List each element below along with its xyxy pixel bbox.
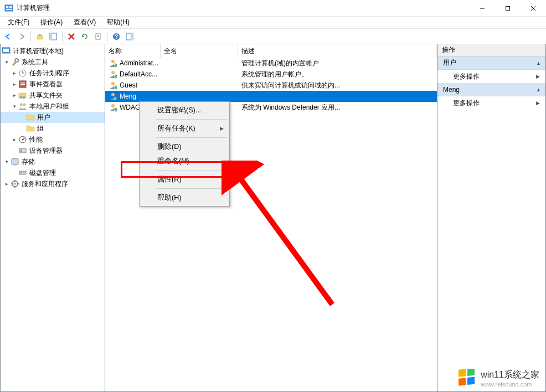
svg-rect-19 <box>131 33 133 40</box>
ctx-delete[interactable]: 删除(D) <box>141 140 228 154</box>
ctx-set-password[interactable]: 设置密码(S)... <box>141 103 228 117</box>
col-name[interactable]: 名称 <box>105 44 161 58</box>
export-button[interactable] <box>92 30 104 43</box>
collapse-icon[interactable]: ▲ <box>536 87 541 92</box>
cell-description: 管理计算机(域)的内置帐户 <box>238 59 354 68</box>
show-hide-tree-button[interactable] <box>47 30 59 43</box>
back-button[interactable] <box>2 30 14 43</box>
refresh-button[interactable] <box>79 30 91 43</box>
svg-rect-0 <box>5 5 13 11</box>
cell-name: Administrat... <box>105 59 161 68</box>
actions-group-users[interactable]: 用户 ▲ <box>437 56 545 70</box>
ctx-all-tasks[interactable]: 所有任务(K)▶ <box>141 121 228 136</box>
watermark-title: win11系统之家 <box>481 369 539 381</box>
close-button[interactable] <box>521 0 546 17</box>
cell-name: Guest <box>105 81 161 90</box>
tree-performance[interactable]: ▸性能 <box>1 134 105 145</box>
tree-label: 用户 <box>37 113 50 122</box>
ctx-label: 帮助(H) <box>157 193 181 203</box>
expand-icon[interactable]: ▾ <box>3 59 11 65</box>
ctx-rename[interactable]: 重命名(M) <box>141 154 228 168</box>
tree-event-viewer[interactable]: ▸事件查看器 <box>1 79 105 90</box>
up-button[interactable] <box>34 30 46 43</box>
action-label: 更多操作 <box>453 72 480 81</box>
col-fullname[interactable]: 全名 <box>161 44 238 58</box>
list-row[interactable]: Administrat...管理计算机(域)的内置帐户 <box>105 58 437 69</box>
svg-point-32 <box>20 104 23 106</box>
tree-root[interactable]: 计算机管理(本地) <box>1 45 105 56</box>
menu-view[interactable]: 查看(V) <box>68 17 101 28</box>
shared-folder-icon <box>18 91 27 100</box>
cell-name: Meng <box>105 92 161 101</box>
menu-help[interactable]: 帮助(H) <box>101 17 135 28</box>
ctx-separator <box>156 137 227 138</box>
action-more-users[interactable]: 更多操作 ▶ <box>437 70 545 83</box>
collapse-icon[interactable]: ▲ <box>536 60 541 66</box>
action-pane-button[interactable] <box>123 30 136 43</box>
list-row[interactable]: Guest供来宾访问计算机或访问域的内... <box>105 80 437 91</box>
tree-storage[interactable]: ▾存储 <box>1 156 105 167</box>
menu-action[interactable]: 操作(A) <box>35 17 68 28</box>
tree-label: 事件查看器 <box>29 80 63 89</box>
delete-button[interactable] <box>65 30 78 43</box>
minimize-button[interactable] <box>470 0 495 17</box>
ctx-label: 属性(R) <box>157 175 181 184</box>
actions-header: 操作 <box>437 44 545 56</box>
svg-point-33 <box>23 104 26 106</box>
ctx-separator <box>156 119 227 120</box>
list-row[interactable]: DefaultAcc...系统管理的用户帐户。 <box>105 69 437 80</box>
tree-users[interactable]: 用户 <box>1 112 105 123</box>
tree-shared-folders[interactable]: ▸共享文件夹 <box>1 90 105 101</box>
tree-groups[interactable]: 组 <box>1 123 105 134</box>
ctx-help[interactable]: 帮助(H) <box>141 190 228 205</box>
action-label: 更多操作 <box>453 99 480 108</box>
tree-device-manager[interactable]: 设备管理器 <box>1 145 105 156</box>
expand-icon[interactable]: ▸ <box>3 181 11 187</box>
tree-disk-management[interactable]: 磁盘管理 <box>1 167 105 178</box>
ctx-label: 所有任务(K) <box>157 124 195 133</box>
expand-icon[interactable]: ▸ <box>11 137 18 142</box>
forward-button[interactable] <box>16 30 28 43</box>
disk-icon <box>18 168 27 177</box>
help-button[interactable]: ? <box>110 30 122 43</box>
svg-rect-36 <box>19 148 26 153</box>
actions-group-label: 用户 <box>443 58 456 68</box>
device-icon <box>18 146 27 155</box>
list-row[interactable]: Meng <box>105 91 437 102</box>
tree-task-scheduler[interactable]: ▸任务计划程序 <box>1 68 105 79</box>
svg-point-42 <box>14 183 16 185</box>
expand-icon[interactable]: ▸ <box>11 70 18 76</box>
svg-rect-10 <box>50 33 52 40</box>
svg-point-47 <box>111 82 115 85</box>
svg-rect-5 <box>506 6 510 10</box>
tree-system-tools[interactable]: ▾ 系统工具 <box>1 56 105 68</box>
tree-label: 任务计划程序 <box>29 69 69 78</box>
ctx-properties[interactable]: 属性(R) <box>141 172 228 187</box>
tree-pane[interactable]: 计算机管理(本地) ▾ 系统工具 ▸任务计划程序 ▸事件查看器 ▸共享文件夹 ▾… <box>0 44 105 392</box>
tree-local-users-groups[interactable]: ▾本地用户和组 <box>1 101 105 112</box>
tree-label: 设备管理器 <box>29 146 63 156</box>
tree-label: 性能 <box>29 135 43 145</box>
col-description[interactable]: 描述 <box>238 44 437 58</box>
ctx-label: 重命名(M) <box>157 157 189 166</box>
watermark-url: www.relsound.com <box>481 381 539 388</box>
actions-group-label: Meng <box>443 86 460 94</box>
folder-icon <box>26 113 35 122</box>
action-more-meng[interactable]: 更多操作 ▶ <box>437 96 545 110</box>
maximize-button[interactable] <box>495 0 521 17</box>
svg-text:?: ? <box>115 34 118 40</box>
actions-group-meng[interactable]: Meng ▲ <box>437 83 545 96</box>
svg-rect-57 <box>467 377 475 385</box>
app-icon <box>4 4 13 13</box>
folder-icon <box>26 124 35 133</box>
expand-icon[interactable]: ▾ <box>3 159 11 164</box>
menu-file[interactable]: 文件(F) <box>2 17 35 28</box>
storage-icon <box>11 157 19 166</box>
main-area: 计算机管理(本地) ▾ 系统工具 ▸任务计划程序 ▸事件查看器 ▸共享文件夹 ▾… <box>0 44 546 392</box>
watermark: win11系统之家 www.relsound.com <box>457 369 539 388</box>
svg-rect-54 <box>459 369 466 376</box>
tree-services-apps[interactable]: ▸服务和应用程序 <box>1 178 105 189</box>
expand-icon[interactable]: ▸ <box>11 92 18 98</box>
expand-icon[interactable]: ▾ <box>11 104 18 109</box>
expand-icon[interactable]: ▸ <box>11 81 18 87</box>
